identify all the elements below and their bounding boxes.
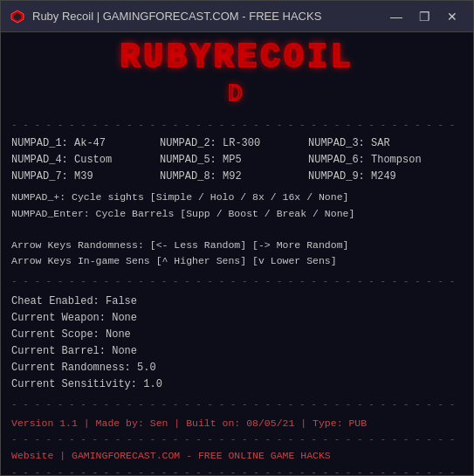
desc-sights: NUMPAD_+: Cycle sights [Simple / Holo / … bbox=[11, 190, 463, 204]
status-current-barrel: Current Barrel: None bbox=[11, 343, 463, 359]
window-title: Ruby Recoil | GAMINGFORECAST.COM - FREE … bbox=[32, 10, 384, 23]
divider-3: - - - - - - - - - - - - - - - - - - - - … bbox=[11, 397, 463, 412]
keybind-numpad9: NUMPAD_9: M249 bbox=[308, 169, 439, 184]
desc-spacer bbox=[11, 222, 463, 237]
description-section: NUMPAD_+: Cycle sights [Simple / Holo / … bbox=[11, 190, 463, 268]
footer-divider-1: - - - - - - - - - - - - - - - - - - - - … bbox=[11, 432, 463, 447]
divider-1: - - - - - - - - - - - - - - - - - - - - … bbox=[11, 118, 463, 133]
keybinds-section: NUMPAD_1: Ak-47 NUMPAD_2: LR-300 NUMPAD_… bbox=[11, 135, 463, 184]
close-button[interactable]: ✕ bbox=[440, 7, 464, 26]
titlebar: Ruby Recoil | GAMINGFORECAST.COM - FREE … bbox=[1, 1, 473, 32]
keybinds-row-2: NUMPAD_4: Custom NUMPAD_5: MP5 NUMPAD_6:… bbox=[11, 152, 463, 168]
status-current-sensitivity: Current Sensitivity: 1.0 bbox=[11, 376, 463, 392]
keybinds-row-1: NUMPAD_1: Ak-47 NUMPAD_2: LR-300 NUMPAD_… bbox=[11, 135, 463, 151]
main-window: Ruby Recoil | GAMINGFORECAST.COM - FREE … bbox=[0, 0, 474, 476]
keybind-numpad4: NUMPAD_4: Custom bbox=[11, 152, 142, 168]
footer-section: Version 1.1 | Made by: Sen | Built on: 0… bbox=[11, 416, 463, 475]
desc-barrels: NUMPAD_Enter: Cycle Barrels [Supp / Boos… bbox=[11, 206, 463, 221]
maximize-button[interactable]: ❐ bbox=[412, 7, 436, 26]
divider-2: - - - - - - - - - - - - - - - - - - - - … bbox=[11, 274, 463, 289]
keybind-numpad1: NUMPAD_1: Ak-47 bbox=[11, 135, 142, 151]
banner-line2: D bbox=[11, 76, 463, 113]
banner-line1: RUBYRECOIL bbox=[11, 39, 463, 76]
minimize-button[interactable]: — bbox=[384, 7, 409, 26]
desc-sens: Arrow Keys In-game Sens [^ Higher Sens] … bbox=[11, 253, 463, 268]
status-current-weapon: Current Weapon: None bbox=[11, 310, 463, 326]
footer-version: Version 1.1 | Made by: Sen | Built on: 0… bbox=[11, 416, 463, 431]
desc-randomness: Arrow Keys Randomness: [<- Less Random] … bbox=[11, 238, 463, 252]
keybind-numpad7: NUMPAD_7: M39 bbox=[11, 169, 142, 184]
status-current-randomness: Current Randomness: 5.0 bbox=[11, 360, 463, 376]
keybind-numpad2: NUMPAD_2: LR-300 bbox=[160, 135, 291, 151]
footer-website: Website | GAMINGFORECAST.COM - FREE ONLI… bbox=[11, 448, 463, 463]
status-current-scope: Current Scope: None bbox=[11, 327, 463, 342]
keybind-numpad3: NUMPAD_3: SAR bbox=[308, 135, 439, 151]
window-controls: — ❐ ✕ bbox=[384, 7, 464, 26]
content-area: RUBYRECOIL D - - - - - - - - - - - - - -… bbox=[1, 32, 473, 475]
keybind-numpad6: NUMPAD_6: Thompson bbox=[308, 152, 439, 168]
status-section: Cheat Enabled: False Current Weapon: Non… bbox=[11, 293, 463, 392]
app-icon bbox=[10, 9, 25, 24]
keybind-numpad8: NUMPAD_8: M92 bbox=[160, 169, 291, 184]
keybind-numpad5: NUMPAD_5: MP5 bbox=[160, 152, 291, 168]
banner: RUBYRECOIL D bbox=[11, 39, 463, 113]
status-cheat-enabled: Cheat Enabled: False bbox=[11, 293, 463, 309]
keybinds-row-3: NUMPAD_7: M39 NUMPAD_8: M92 NUMPAD_9: M2… bbox=[11, 169, 463, 184]
footer-divider-2: - - - - - - - - - - - - - - - - - - - - … bbox=[11, 466, 463, 475]
